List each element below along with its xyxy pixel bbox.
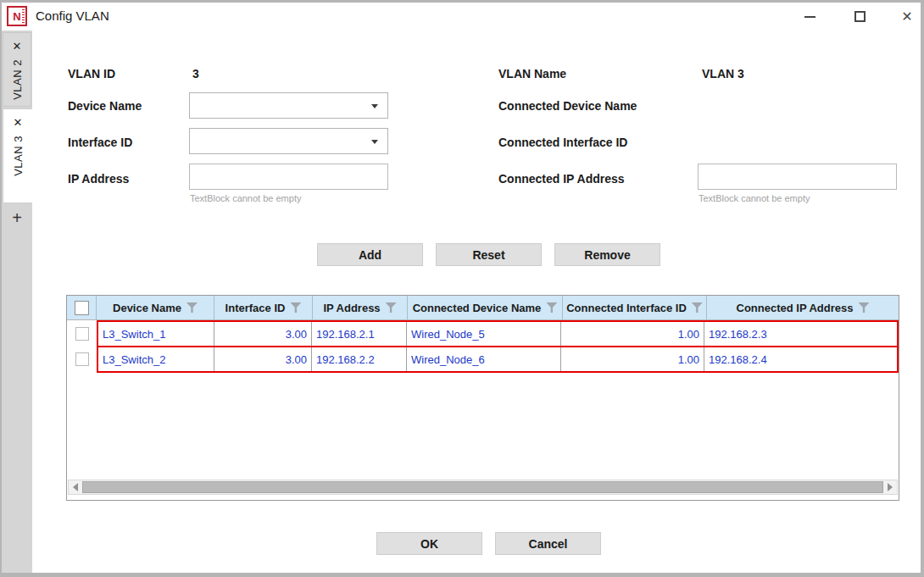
window-border-right	[921, 0, 924, 577]
minimize-icon	[804, 16, 815, 18]
tab-label: VLAN 2	[11, 59, 24, 100]
vlan-table: Device Name Interface ID IP Address Conn…	[66, 295, 899, 501]
maximize-icon	[854, 11, 866, 22]
vlan-id-label: VLAN ID	[68, 67, 115, 80]
window-border-bottom	[0, 573, 924, 577]
cell-ip-address[interactable]: 192.168.2.2	[312, 347, 407, 371]
remove-button[interactable]: Remove	[554, 243, 660, 266]
filter-icon[interactable]	[386, 302, 397, 313]
filter-icon[interactable]	[186, 302, 198, 313]
filter-icon[interactable]	[546, 302, 557, 313]
interface-id-label: Interface ID	[68, 136, 132, 149]
vlan-name-label: VLAN Name	[498, 67, 566, 80]
column-header-connected-ip-address[interactable]: Connected IP Address	[707, 296, 899, 319]
cell-connected-ip-address[interactable]: 192.168.2.4	[704, 347, 897, 371]
chevron-down-icon	[371, 140, 378, 144]
column-label: Device Name	[113, 302, 181, 314]
select-all-checkbox[interactable]	[75, 301, 89, 315]
config-vlan-window: N Config VLAN ✕ ✕ VLAN 2 ✕ VLAN 3 + VLAN…	[0, 0, 924, 577]
cell-connected-interface-id[interactable]: 1.00	[561, 347, 704, 371]
column-label: Interface ID	[225, 302, 286, 314]
close-icon: ✕	[901, 10, 912, 24]
filter-icon[interactable]	[858, 302, 869, 313]
table-row[interactable]: L3_Switch_1 3.00 192.168.2.1 Wired_Node_…	[97, 320, 899, 347]
scroll-right-icon	[888, 483, 893, 491]
device-name-combobox[interactable]	[189, 92, 388, 119]
window-title: Config VLAN	[36, 8, 109, 23]
row-checkbox[interactable]	[75, 327, 89, 341]
ip-address-input[interactable]	[189, 164, 388, 190]
cell-device-name[interactable]: L3_Switch_1	[98, 322, 214, 346]
scrollbar-thumb[interactable]	[82, 481, 883, 493]
interface-id-combobox[interactable]	[189, 128, 388, 154]
add-button[interactable]: Add	[317, 243, 423, 266]
logo-letter: N	[13, 10, 20, 23]
filter-icon[interactable]	[692, 302, 703, 313]
minimize-button[interactable]	[795, 3, 824, 31]
netsim-logo-icon: N	[7, 6, 27, 26]
column-header-connected-device-name[interactable]: Connected Device Name	[408, 296, 563, 319]
tab-close-icon[interactable]: ✕	[13, 41, 22, 52]
cell-connected-interface-id[interactable]: 1.00	[561, 322, 704, 346]
horizontal-scrollbar[interactable]	[68, 480, 898, 495]
cancel-button[interactable]: Cancel	[495, 532, 601, 555]
table-header-row: Device Name Interface ID IP Address Conn…	[67, 296, 899, 320]
tab-strip: ✕ VLAN 2 ✕ VLAN 3 +	[2, 31, 32, 573]
cell-connected-ip-address[interactable]: 192.168.2.3	[704, 322, 897, 346]
tab-label: VLAN 3	[12, 136, 25, 176]
connected-device-name-label: Connected Device Name	[498, 99, 637, 113]
connected-ip-address-input[interactable]	[698, 164, 897, 190]
title-bar: N Config VLAN ✕	[2, 3, 921, 31]
tab-vlan-2[interactable]: ✕ VLAN 2	[3, 32, 31, 107]
cell-connected-device-name[interactable]: Wired_Node_6	[407, 347, 561, 371]
connected-interface-id-label: Connected Interface ID	[498, 136, 627, 149]
tab-close-icon[interactable]: ✕	[14, 117, 23, 128]
table-row[interactable]: L3_Switch_2 3.00 192.168.2.2 Wired_Node_…	[97, 346, 899, 373]
scroll-left-icon	[73, 483, 78, 491]
connected-ip-validation-hint: TextBlock cannot be empty	[699, 193, 810, 203]
connected-ip-address-label: Connected IP Address	[498, 172, 625, 186]
close-button[interactable]: ✕	[893, 3, 921, 31]
ip-address-label: IP Address	[68, 172, 129, 186]
device-name-label: Device Name	[68, 99, 142, 113]
column-header-connected-interface-id[interactable]: Connected Interface ID	[563, 296, 707, 319]
vlan-name-value: VLAN 3	[702, 67, 744, 80]
cell-ip-address[interactable]: 192.168.2.1	[312, 322, 407, 346]
ip-address-validation-hint: TextBlock cannot be empty	[190, 193, 301, 203]
column-header-device-name[interactable]: Device Name	[97, 296, 214, 319]
column-label: Connected Device Name	[413, 302, 542, 314]
column-label: IP Address	[323, 302, 380, 314]
row-checkbox[interactable]	[75, 352, 89, 366]
column-header-interface-id[interactable]: Interface ID	[214, 296, 313, 319]
scroll-left-button[interactable]	[69, 480, 82, 494]
maximize-button[interactable]	[845, 3, 874, 31]
tab-vlan-3[interactable]: ✕ VLAN 3	[3, 108, 32, 203]
column-label: Connected IP Address	[737, 302, 854, 314]
cell-interface-id[interactable]: 3.00	[214, 322, 312, 346]
filter-icon[interactable]	[290, 302, 301, 313]
row-checkbox-cell	[67, 347, 97, 372]
ok-button[interactable]: OK	[376, 532, 482, 555]
column-label: Connected Interface ID	[566, 302, 687, 314]
scroll-right-button[interactable]	[883, 480, 897, 494]
cell-interface-id[interactable]: 3.00	[214, 347, 312, 371]
cell-device-name[interactable]: L3_Switch_2	[98, 347, 214, 371]
cell-connected-device-name[interactable]: Wired_Node_5	[407, 322, 561, 346]
add-tab-button[interactable]: +	[2, 205, 32, 230]
chevron-down-icon	[371, 104, 378, 108]
select-all-header-cell	[67, 296, 97, 319]
vlan-id-value: 3	[192, 67, 199, 80]
row-checkbox-cell	[67, 321, 97, 347]
column-header-ip-address[interactable]: IP Address	[313, 296, 408, 319]
reset-button[interactable]: Reset	[436, 243, 542, 266]
